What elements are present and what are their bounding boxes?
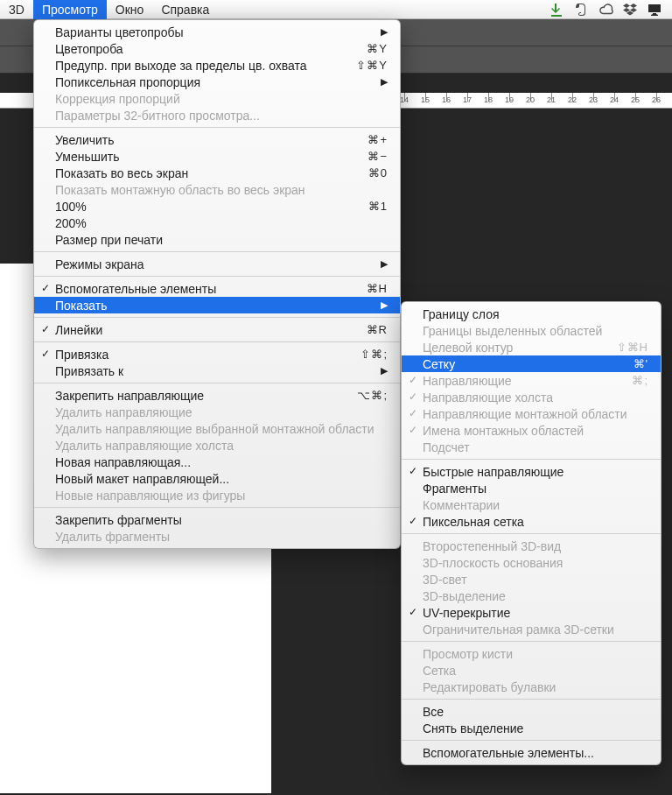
view-menu-item[interactable]: Режимы экрана▶ (34, 256, 400, 272)
view-menu-separator (34, 317, 400, 318)
show-submenu-item[interactable]: Сетку⌘' (402, 355, 661, 372)
view-menu-item[interactable]: Предупр. при выходе за пределы цв. охват… (34, 57, 400, 74)
show-submenu-item-label: Направляющие монтажной области (423, 407, 627, 421)
show-submenu-item: 3D-выделение (402, 587, 661, 604)
show-submenu-item[interactable]: Фрагменты (402, 480, 661, 496)
view-menu-separator (34, 127, 400, 128)
show-submenu-item-label: Направляющие (423, 374, 512, 388)
view-menu-item[interactable]: Привязать к▶ (34, 362, 400, 379)
show-submenu-item-label: 3D-плоскость основания (423, 556, 563, 570)
show-submenu-item-label: UV-перекрытие (423, 606, 510, 620)
view-menu-item[interactable]: Уменьшить⌘− (34, 148, 400, 165)
view-menu-item-label: Закрепить направляющие (55, 389, 204, 403)
show-submenu-item[interactable]: Снять выделение (402, 720, 661, 736)
show-submenu-item-label: Просмотр кисти (423, 647, 513, 661)
view-menu-item-label: Предупр. при выходе за пределы цв. охват… (55, 59, 307, 73)
menubar-item-2[interactable]: Окно (107, 0, 153, 19)
show-submenu-item-label: Направляющие холста (423, 390, 553, 405)
view-menu-item[interactable]: Закрепить направляющие⌥⌘; (34, 387, 400, 404)
view-menu-item[interactable]: Варианты цветопробы▶ (34, 24, 400, 40)
view-menu-item[interactable]: Показать во весь экран⌘0 (34, 165, 400, 181)
ruler-tick-label: 16 (442, 95, 451, 104)
view-menu-item[interactable]: Попиксельная пропорция▶ (34, 74, 400, 90)
view-menu-item[interactable]: ✓Линейки⌘R (34, 321, 400, 338)
menu-shortcut: ⇧⌘H (601, 341, 648, 354)
show-submenu-item[interactable]: ✓Пиксельная сетка (402, 513, 661, 530)
menu-shortcut: ⌘0 (353, 166, 388, 179)
view-menu-item[interactable]: Увеличить⌘+ (34, 131, 400, 148)
view-menu-item: Удалить фрагменты (34, 528, 400, 545)
check-icon: ✓ (409, 515, 417, 527)
show-submenu-item: ✓Направляющие холста (402, 389, 661, 405)
view-menu-item[interactable]: ✓Привязка⇧⌘; (34, 346, 400, 362)
view-show-submenu: Границу слояГраницы выделенных областейЦ… (401, 301, 662, 765)
check-icon: ✓ (41, 323, 50, 335)
menubar-item-3[interactable]: Справка (152, 0, 218, 19)
view-menu-item: Удалить направляющие (34, 404, 400, 420)
show-submenu-item-label: Комментарии (423, 498, 500, 512)
view-menu-item: Удалить направляющие выбранной монтажной… (34, 420, 400, 437)
view-menu-item[interactable]: Цветопроба⌘Y (34, 40, 400, 57)
view-menu-item-label: Попиксельная пропорция (55, 75, 200, 89)
view-menu-item-label: Показать (55, 299, 108, 313)
view-menu-item[interactable]: Новая направляющая... (34, 454, 400, 470)
show-submenu-item: Комментарии (402, 496, 661, 513)
show-submenu-item-label: Пиксельная сетка (423, 515, 524, 529)
menubar: 3DПросмотрОкноСправка (0, 0, 672, 19)
view-menu-item[interactable]: 100%⌘1 (34, 198, 400, 215)
show-submenu-item-label: Ограничительная рамка 3D-сетки (423, 623, 614, 637)
submenu-arrow-icon: ▶ (381, 259, 388, 269)
menubar-left: 3DПросмотрОкноСправка (0, 0, 218, 18)
view-menu-item-label: Показать монтажную область во весь экран (55, 183, 305, 197)
ruler-tick-label: 18 (484, 95, 493, 104)
show-submenu-item-label: 3D-свет (423, 573, 467, 587)
show-submenu-item-label: Вспомогательные элементы... (423, 746, 594, 760)
menu-shortcut: ⌘Y (351, 42, 388, 55)
show-submenu-item[interactable]: ✓UV-перекрытие (402, 604, 661, 621)
ruler-tick-label: 23 (589, 95, 598, 104)
view-menu-item[interactable]: 200% (34, 215, 400, 231)
menubar-item-1[interactable]: Просмотр (33, 0, 107, 19)
show-submenu-item-label: Все (423, 705, 444, 719)
view-menu: Варианты цветопробы▶Цветопроба⌘YПредупр.… (33, 19, 401, 549)
show-submenu-item-label: Фрагменты (423, 482, 486, 496)
view-menu-item-label: 100% (55, 200, 87, 214)
view-menu-separator (34, 341, 400, 342)
submenu-arrow-icon: ▶ (381, 77, 388, 87)
show-submenu-item: Целевой контур⇧⌘H (402, 339, 661, 355)
view-menu-item[interactable]: Новый макет направляющей... (34, 470, 400, 487)
submenu-arrow-icon: ▶ (381, 27, 388, 37)
show-submenu-item-label: Границы выделенных областей (423, 324, 602, 338)
show-submenu-item[interactable]: Вспомогательные элементы... (402, 744, 661, 761)
menu-shortcut: ⌥⌘; (341, 389, 388, 402)
ruler-tick-label: 22 (568, 95, 577, 104)
view-menu-item-label: Увеличить (55, 133, 115, 147)
view-menu-item[interactable]: ✓Вспомогательные элементы⌘H (34, 280, 400, 297)
show-submenu-item-label: Сетку (423, 357, 455, 371)
show-submenu-item[interactable]: Все (402, 703, 661, 720)
show-submenu-item-label: Второстепенный 3D-вид (423, 539, 561, 553)
view-menu-item-label: Привязка (55, 348, 108, 362)
show-submenu-item[interactable]: Границу слоя (402, 306, 661, 322)
view-menu-item[interactable]: Размер при печати (34, 231, 400, 248)
check-icon: ✓ (41, 282, 50, 294)
menubar-item-0[interactable]: 3D (0, 0, 33, 19)
view-menu-item-label: Варианты цветопробы (55, 25, 184, 39)
view-menu-item-label: Новый макет направляющей... (55, 472, 229, 486)
evernote-icon (574, 3, 590, 17)
view-menu-item-label: Цветопроба (55, 42, 123, 56)
menu-shortcut: ⌘' (618, 357, 648, 370)
view-menu-item[interactable]: Закрепить фрагменты (34, 511, 400, 528)
ruler-tick-label: 15 (421, 95, 430, 104)
view-menu-item-label: Режимы экрана (55, 257, 144, 271)
show-submenu-item-label: 3D-выделение (423, 589, 506, 603)
view-menu-item-label: Параметры 32-битного просмотра... (55, 109, 260, 123)
view-menu-item[interactable]: Показать▶ (34, 297, 400, 313)
view-menu-item: Параметры 32-битного просмотра... (34, 107, 400, 123)
show-submenu-item[interactable]: ✓Быстрые направляющие (402, 463, 661, 480)
menu-shortcut: ⌘1 (353, 200, 388, 213)
menu-shortcut: ⇧⌘Y (340, 59, 388, 72)
check-icon: ✓ (409, 424, 417, 436)
view-menu-item-label: Коррекция пропорций (55, 92, 180, 106)
show-submenu-item: 3D-плоскость основания (402, 554, 661, 571)
